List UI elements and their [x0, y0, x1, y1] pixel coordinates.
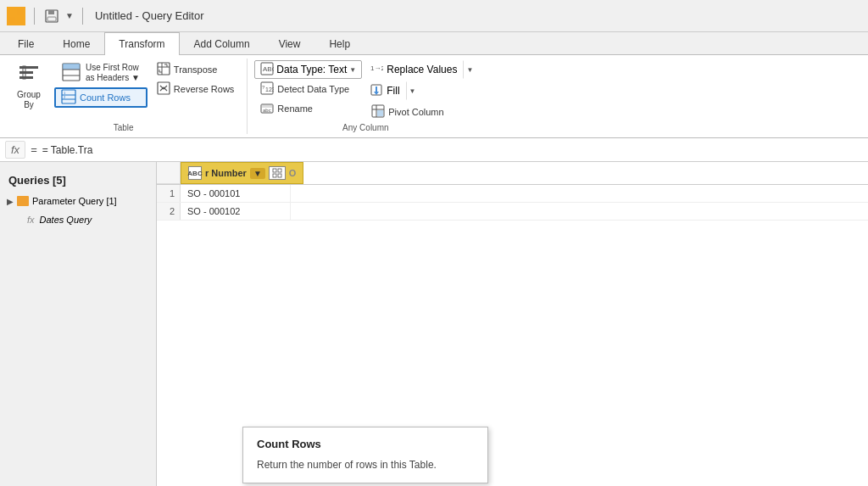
reverse-rows-icon	[157, 81, 170, 98]
tab-add-column[interactable]: Add Column	[180, 32, 264, 55]
column-type-label: ABC	[187, 170, 202, 177]
title-divider-2	[82, 8, 83, 25]
svg-rect-41	[273, 174, 276, 177]
svg-rect-5	[48, 10, 54, 14]
tab-file[interactable]: File	[3, 32, 48, 55]
formula-text: = Table.Tra	[42, 144, 93, 156]
svg-text:abc: abc	[263, 108, 271, 113]
fill-button[interactable]: Fill	[365, 81, 403, 100]
data-type-button[interactable]: ABC Data Type: Text ▼	[254, 60, 362, 79]
count-rows-label: Count Rows	[80, 92, 131, 103]
folder-icon	[17, 196, 29, 206]
svg-rect-6	[47, 17, 56, 21]
pivot-column-button[interactable]: Pivot Column	[365, 103, 476, 121]
ribbon-col-any-col-right: 1→2 Replace Values ▼	[365, 60, 476, 121]
fill-arrow[interactable]: ▼	[406, 81, 420, 100]
use-first-row-label: Use First Rowas Headers ▼	[86, 63, 140, 83]
rename-button[interactable]: abc Rename	[254, 99, 362, 118]
tooltip-description: Return the number of rows in this Table.	[257, 457, 474, 472]
ribbon-col-any-col-left: ABC Data Type: Text ▼ ? 123	[254, 60, 362, 118]
tab-home[interactable]: Home	[48, 32, 104, 55]
formula-equals: =	[31, 143, 37, 156]
formula-bar: fx = = Table.Tra	[0, 138, 868, 162]
reverse-rows-button[interactable]: Reverse Rows	[151, 80, 241, 98]
ribbon: GroupBy Use First Rowas Headers ▼	[0, 55, 868, 138]
expand-arrow-icon: ▶	[7, 197, 14, 206]
sidebar-title: Queries [5]	[0, 169, 156, 192]
tooltip-title: Count Rows	[257, 438, 474, 450]
tab-help[interactable]: Help	[314, 32, 364, 55]
column-grid-icon	[269, 166, 286, 180]
rename-label: Rename	[277, 103, 313, 114]
column-type-icon: ABC	[188, 166, 202, 180]
transpose-icon	[157, 62, 170, 78]
fill-dropdown[interactable]: Fill ▼	[365, 81, 476, 100]
use-first-row-button[interactable]: Use First Rowas Headers ▼	[54, 60, 147, 86]
replace-values-button[interactable]: 1→2 Replace Values	[365, 60, 461, 79]
svg-rect-9	[19, 76, 33, 79]
replace-values-icon: 1→2	[370, 62, 383, 78]
svg-text:1→2: 1→2	[370, 64, 383, 72]
svg-rect-7	[19, 66, 38, 69]
quick-access-dropdown[interactable]: ▼	[65, 11, 74, 20]
group-by-icon	[18, 63, 40, 88]
svg-rect-40	[278, 169, 281, 172]
fx-icon: fx	[27, 215, 35, 225]
column-header-order-number[interactable]: ABC r Number ▼ O	[181, 162, 303, 184]
count-rows-icon: 1 2	[61, 89, 76, 107]
svg-rect-42	[278, 174, 281, 177]
column-dropdown-button[interactable]: ▼	[250, 168, 265, 179]
group-by-button[interactable]: GroupBy	[7, 60, 51, 113]
count-rows-button[interactable]: 1 2 Count Rows	[54, 87, 147, 108]
ribbon-group-any-column: ABC Data Type: Text ▼ ? 123	[248, 59, 483, 134]
ribbon-group-any-column-content: ABC Data Type: Text ▼ ? 123	[254, 60, 476, 121]
ribbon-group-table-content: GroupBy Use First Rowas Headers ▼	[7, 60, 240, 121]
column-extra-o: O	[289, 168, 297, 178]
save-button[interactable]	[43, 8, 60, 25]
svg-text:ABC: ABC	[263, 65, 274, 73]
row-num-1: 1	[157, 185, 181, 202]
svg-rect-8	[19, 71, 33, 74]
transpose-label: Transpose	[174, 64, 218, 75]
svg-rect-0	[9, 9, 15, 15]
tab-transform[interactable]: Transform	[104, 32, 179, 55]
svg-rect-12	[63, 64, 80, 70]
row-num-2: 2	[157, 203, 181, 220]
reverse-rows-label: Reverse Rows	[174, 84, 235, 94]
svg-text:2: 2	[64, 95, 66, 99]
fill-label: Fill	[387, 85, 399, 97]
tab-view[interactable]: View	[264, 32, 315, 55]
replace-values-dropdown[interactable]: 1→2 Replace Values ▼	[365, 60, 476, 79]
detect-data-type-icon: ? 123	[260, 81, 274, 98]
data-type-dropdown-arrow: ▼	[349, 66, 356, 74]
detect-data-type-label: Detect Data Type	[277, 84, 349, 94]
table-row: 2 SO - 000102	[157, 203, 868, 221]
table-row: 1 SO - 000101	[157, 185, 868, 203]
queries-sidebar: Queries [5] ▶ Parameter Query [1] fx Dat…	[0, 162, 157, 486]
ribbon-tabs: File Home Transform Add Column View Help	[0, 32, 868, 55]
transpose-button[interactable]: Transpose	[151, 60, 241, 79]
svg-rect-38	[377, 110, 383, 116]
pivot-column-label: Pivot Column	[388, 107, 443, 117]
row-cell-1: SO - 000101	[181, 185, 291, 202]
use-first-row-icon	[62, 63, 81, 84]
parameter-query-label: Parameter Query [1]	[32, 196, 117, 206]
replace-values-arrow[interactable]: ▼	[463, 60, 476, 79]
sidebar-group-parameter-query[interactable]: ▶ Parameter Query [1]	[0, 192, 156, 210]
rename-icon: abc	[260, 101, 274, 117]
column-name: r Number	[205, 168, 247, 178]
detect-data-type-button[interactable]: ? 123 Detect Data Type	[254, 80, 362, 98]
svg-rect-3	[17, 17, 23, 23]
window-title: Untitled - Query Editor	[95, 9, 204, 22]
sidebar-item-dates-query[interactable]: fx Dates Query	[0, 210, 156, 229]
row-num-header	[157, 162, 181, 184]
svg-rect-39	[273, 169, 276, 172]
svg-rect-23	[158, 82, 170, 94]
group-by-label: GroupBy	[17, 90, 41, 110]
count-rows-tooltip: Count Rows Return the number of rows in …	[242, 427, 488, 483]
dates-query-label: Dates Query	[40, 215, 92, 225]
pivot-column-icon	[371, 104, 385, 120]
title-bar: ▼ Untitled - Query Editor	[0, 0, 868, 32]
app-logo	[7, 7, 25, 25]
ribbon-group-table: GroupBy Use First Rowas Headers ▼	[0, 59, 248, 134]
